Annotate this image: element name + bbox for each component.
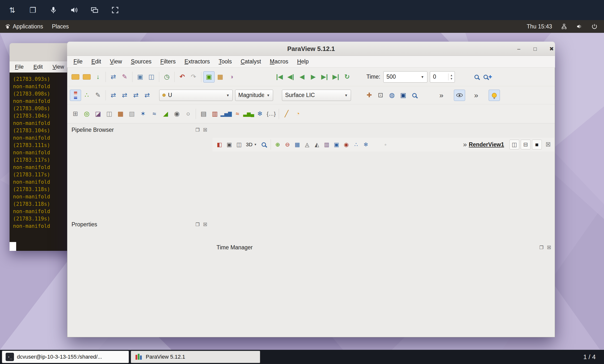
reset-session-clock-icon[interactable]: ◷ <box>161 71 172 83</box>
zoom-to-data-icon[interactable]: ⊡ <box>375 90 386 101</box>
export-scene-icon[interactable]: ◧ <box>214 140 224 150</box>
grow-selection-icon[interactable]: ◦ <box>381 140 390 150</box>
renderview-name[interactable]: RenderView1 <box>469 141 504 148</box>
interactive-select-cells-icon[interactable]: ◉ <box>341 140 351 150</box>
colormap-icon[interactable] <box>70 90 81 101</box>
menu-help[interactable]: Help <box>297 58 309 65</box>
interactive-select-points-icon[interactable]: ∴ <box>351 140 361 150</box>
zoom-plus-icon[interactable]: ✚ <box>482 71 493 83</box>
brush-icon[interactable]: ✎ <box>119 71 130 83</box>
temporal-interpolator-icon[interactable]: ❄ <box>254 108 265 120</box>
component-combobox[interactable]: Magnitude ▼ <box>235 90 273 101</box>
hover-cells-icon[interactable]: ❄ <box>361 140 371 150</box>
spin-up-icon[interactable]: ▲ <box>450 74 453 77</box>
previous-frame-icon[interactable]: ◀| <box>285 71 296 83</box>
select-frustum-cells-icon[interactable]: ▦ <box>292 140 302 150</box>
speaker-icon[interactable] <box>69 5 79 15</box>
volume-icon[interactable] <box>572 20 587 33</box>
time-combobox[interactable]: 500 ▼ <box>383 71 428 83</box>
menu-macros[interactable]: Macros <box>270 58 288 65</box>
menu-filters[interactable]: Filters <box>160 58 176 65</box>
reset-camera-closest-icon[interactable]: ◍ <box>386 90 398 101</box>
group-datasets-icon[interactable]: ◉ <box>171 108 182 120</box>
connect-icon[interactable]: ⇄ <box>108 71 119 83</box>
color-array-combobox[interactable]: U ▼ <box>159 90 233 101</box>
close-panel-icon[interactable]: ☒ <box>547 245 551 250</box>
frame-spinbox[interactable]: 0 ▲▼ <box>430 71 455 83</box>
paraview-titlebar[interactable]: ParaView 5.12.1 – □ ✖ <box>67 42 555 56</box>
source-cube-icon[interactable]: ▣ <box>135 71 146 83</box>
menu-file[interactable]: File <box>74 58 83 65</box>
play-icon[interactable]: ▶ <box>308 71 319 83</box>
fullscreen-icon[interactable] <box>110 5 121 15</box>
split-horizontal-button[interactable]: ◫ <box>509 140 519 150</box>
interaction-mode-combobox[interactable]: 3D ▼ <box>244 142 259 148</box>
select-points-on-icon[interactable]: ⊖ <box>283 140 292 150</box>
applications-menu[interactable]: Applications <box>0 20 48 33</box>
contour-icon[interactable]: ◎ <box>81 108 92 120</box>
menu-view[interactable]: View <box>110 58 122 65</box>
extract-block-icon[interactable]: ○ <box>182 108 194 120</box>
protractor-icon[interactable]: ◔ <box>292 108 303 120</box>
taskbar-item-paraview[interactable]: ParaView 5.12.1 <box>131 351 260 363</box>
visibility-eye-button[interactable] <box>454 90 465 101</box>
float-panel-icon[interactable]: ❐ <box>195 222 200 227</box>
zoom-to-box-icon[interactable] <box>409 90 420 101</box>
menu-edit[interactable]: Edit <box>91 58 101 65</box>
places-menu[interactable]: Places <box>48 20 73 33</box>
split-vertical-button[interactable]: ⊟ <box>521 140 530 150</box>
zoom-closest-icon[interactable]: ▣ <box>398 90 409 101</box>
ruler-icon[interactable]: ╱ <box>281 108 292 120</box>
zoom-icon[interactable] <box>471 71 482 83</box>
extract-selection-icon[interactable]: ▥ <box>209 108 220 120</box>
warp-by-vector-icon[interactable]: ◢ <box>160 108 171 120</box>
next-frame-icon[interactable]: ▶| <box>319 71 330 83</box>
displays-icon[interactable] <box>89 5 100 15</box>
color-spheres-icon[interactable]: ∴ <box>81 90 92 101</box>
maximize-button[interactable]: □ <box>531 45 540 53</box>
palette-icon[interactable]: ◑ <box>226 71 237 83</box>
reset-camera-icon[interactable]: ✚ <box>364 90 375 101</box>
input-passthrough-icon[interactable]: ⇅ <box>7 5 18 15</box>
workspace-indicator[interactable]: 1 / 4 <box>583 353 602 361</box>
plot-selection-icon[interactable]: ▃▆▄ <box>243 108 254 120</box>
close-button[interactable]: ✖ <box>547 45 556 53</box>
menu-extractors[interactable]: Extractors <box>184 58 210 65</box>
capture-screenshot-icon[interactable]: ◫ <box>234 140 244 150</box>
load-state-icon[interactable] <box>81 71 92 83</box>
maximize-view-button[interactable]: ■ <box>532 140 542 150</box>
select-polygon-points-icon[interactable]: ▥ <box>322 140 332 150</box>
plot-over-line-icon[interactable]: ≈ <box>232 108 243 120</box>
rescale-temporal-range-icon[interactable]: ⇄ <box>130 90 142 101</box>
network-icon[interactable] <box>556 20 572 33</box>
close-view-button[interactable]: ☒ <box>543 140 553 150</box>
taskbar-item-terminal[interactable]: ›_ dcvuser@ip-10-3-13-155:/shared/... <box>2 351 129 363</box>
overflow-chevrons[interactable]: » <box>470 90 482 101</box>
overflow-chevrons[interactable]: » <box>461 141 469 149</box>
last-frame-icon[interactable]: ▶| <box>330 71 341 83</box>
auto-apply-icon[interactable]: ▣ <box>203 71 214 83</box>
calculator-icon[interactable]: ⊞ <box>70 108 81 120</box>
clock[interactable]: Thu 15:43 <box>522 20 556 33</box>
slice-icon[interactable]: ◫ <box>104 108 115 120</box>
stream-tracer-icon[interactable]: ≈ <box>149 108 160 120</box>
extract-subset-icon[interactable]: ▧ <box>126 108 138 120</box>
first-frame-icon[interactable]: |◀ <box>274 71 285 83</box>
close-panel-icon[interactable]: ☒ <box>203 127 207 133</box>
hover-points-icon[interactable] <box>371 140 381 150</box>
histogram-icon[interactable]: ▂▅▇ <box>220 108 232 120</box>
select-block-icon[interactable]: ▣ <box>332 140 341 150</box>
save-data-icon[interactable]: ↓ <box>92 71 104 83</box>
zoom-to-box-icon[interactable] <box>259 140 269 150</box>
select-cells-on-icon[interactable]: ⊕ <box>273 140 283 150</box>
play-reverse-icon[interactable]: ◀ <box>296 71 308 83</box>
programmable-filter-icon[interactable]: {…} <box>265 108 277 120</box>
power-icon[interactable] <box>587 20 604 33</box>
spreadsheet-icon[interactable]: ▤ <box>198 108 209 120</box>
spin-buttons[interactable]: ▲▼ <box>448 74 454 80</box>
float-panel-icon[interactable]: ❐ <box>195 127 200 133</box>
redo-icon[interactable]: ↷ <box>188 71 199 83</box>
menu-catalyst[interactable]: Catalyst <box>240 58 261 65</box>
menu-sources[interactable]: Sources <box>131 58 151 65</box>
select-frustum-points-icon[interactable]: ◬ <box>302 140 312 150</box>
